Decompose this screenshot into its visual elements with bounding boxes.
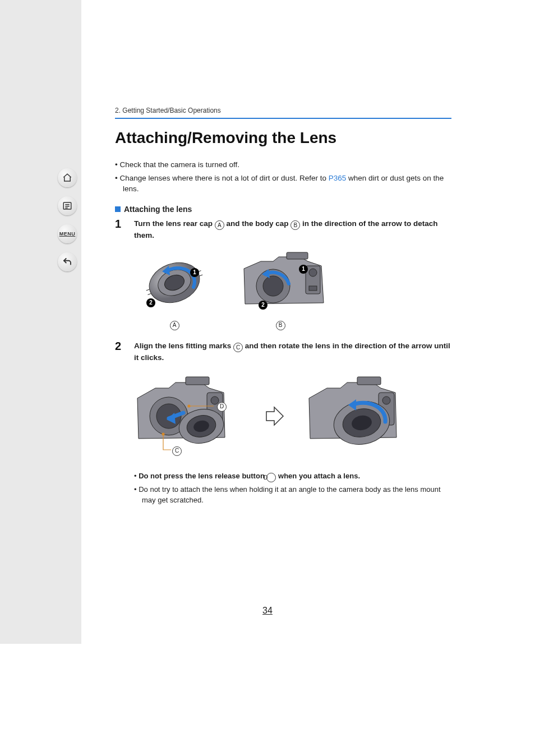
home-icon[interactable] [58, 168, 77, 187]
step-1: 1 Turn the lens rear cap A and the body … [115, 218, 451, 241]
note1-pre: Do not press the lens release button [139, 472, 266, 480]
section-heading: Attaching the lens [115, 205, 451, 214]
svg-point-14 [263, 276, 283, 296]
step-number: 2 [115, 340, 126, 363]
svg-line-7 [146, 289, 150, 291]
callout-1-icon: 1 [299, 265, 308, 274]
figure-label-d: D [217, 402, 227, 412]
figure-label-c: C [172, 446, 182, 456]
label-d-icon: D [266, 473, 276, 482]
step1-mid: and the body cap [224, 219, 291, 228]
sidebar-nav: MENU [53, 168, 81, 271]
label-c-icon: C [233, 343, 243, 352]
label-b-icon: B [290, 220, 300, 230]
back-icon[interactable] [58, 252, 77, 271]
intro-item: Change lenses where there is not a lot o… [115, 173, 451, 195]
svg-point-29 [188, 405, 190, 407]
figure-label-b: B [276, 321, 285, 330]
body-cap-image: 1 2 [233, 249, 328, 316]
align-lens-image: C D [130, 371, 247, 461]
step-notes: Do not press the lens release button D w… [134, 471, 451, 506]
intro-item: Check that the camera is turned off. [115, 159, 451, 170]
step2-pre: Align the lens fitting marks [134, 342, 233, 350]
breadcrumb: 2. Getting Started/Basic Operations [115, 107, 451, 119]
svg-point-21 [211, 397, 219, 404]
svg-point-28 [162, 433, 164, 435]
next-arrow-icon [263, 405, 285, 427]
note-item: Do not press the lens release button D w… [134, 471, 451, 483]
section-heading-text: Attaching the lens [124, 205, 192, 214]
figure-align-lens: C D [130, 371, 247, 461]
step-text: Align the lens fitting marks C and then … [134, 340, 451, 363]
svg-rect-30 [357, 377, 381, 385]
page-link[interactable]: P365 [329, 174, 347, 182]
figure-row-2: C D [130, 371, 451, 461]
note1-post: when you attach a lens. [276, 472, 360, 480]
sidebar: MENU [0, 0, 81, 644]
toc-icon[interactable] [58, 196, 77, 215]
menu-icon[interactable]: MENU [58, 224, 77, 243]
note-item: Do not try to attach the lens when holdi… [134, 485, 451, 506]
page-number: 34 [0, 606, 535, 616]
figure-row-1: 1 2 A [135, 249, 451, 330]
svg-line-10 [200, 275, 203, 276]
menu-label: MENU [59, 231, 76, 237]
page-title: Attaching/Removing the Lens [115, 129, 451, 147]
step-text: Turn the lens rear cap A and the body ca… [134, 218, 451, 241]
lens-rear-cap-image: 1 2 [135, 249, 214, 316]
intro-list: Check that the camera is turned off. Cha… [115, 159, 451, 195]
label-a-icon: A [215, 220, 224, 230]
intro-pre: Change lenses where there is not a lot o… [119, 174, 328, 182]
svg-point-16 [309, 269, 317, 276]
svg-rect-19 [186, 377, 209, 385]
figure-lens-attached [301, 371, 419, 461]
callout-2-icon: 2 [259, 301, 268, 310]
callout-2-icon: 2 [146, 298, 155, 307]
lens-attached-image [301, 371, 419, 461]
callout-1-icon: 1 [190, 268, 199, 277]
figure-body-cap: 1 2 B [233, 249, 328, 330]
svg-line-8 [148, 293, 151, 294]
svg-rect-12 [287, 252, 308, 259]
figure-lens-rear-cap: 1 2 A [135, 249, 214, 330]
svg-rect-17 [309, 286, 317, 291]
step-number: 1 [115, 218, 126, 241]
figure-label-a: A [170, 321, 179, 330]
content: 2. Getting Started/Basic Operations Atta… [115, 107, 451, 508]
section-marker-icon [115, 206, 121, 212]
page: MENU 2. Getting Started/Basic Operations… [0, 0, 535, 756]
svg-point-32 [382, 397, 390, 404]
step-2: 2 Align the lens fitting marks C and the… [115, 340, 451, 363]
step1-pre: Turn the lens rear cap [134, 219, 215, 228]
